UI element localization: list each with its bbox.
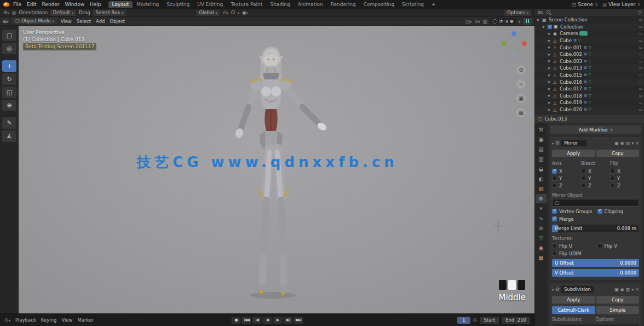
pivot-point-icon[interactable]: ⊙▾	[222, 10, 228, 15]
timeline-menu-item[interactable]: Keying	[41, 317, 57, 323]
item-name[interactable]: Cube.019	[560, 100, 582, 105]
expand-chevron-icon[interactable]: ▼	[548, 66, 551, 70]
workspace-tab[interactable]: Scripting	[398, 1, 428, 8]
Cube.020[interactable]: ▼ Cube.020 ⚙ ▽ ▭	[535, 106, 644, 113]
expand-chevron-icon[interactable]: ▼	[548, 53, 551, 56]
drag-tool-dropdown[interactable]: Select Box▾	[93, 10, 127, 16]
menu-item[interactable]: Edit	[24, 2, 39, 7]
panel-expand-icon[interactable]: ▾	[552, 288, 554, 291]
rotate-tool[interactable]: ↻	[2, 73, 16, 85]
item-name[interactable]: Cube.015	[560, 72, 582, 78]
timeline-menu-item[interactable]: View	[61, 317, 72, 323]
screen-visibility-icon[interactable]: ▭	[639, 94, 642, 98]
screen-visibility-icon[interactable]: ▭	[639, 25, 642, 29]
move-modifier-icon[interactable]: ▾	[631, 287, 634, 292]
option-checkbox[interactable]: Clipping	[597, 208, 640, 215]
option-checkbox[interactable]: Merge	[552, 215, 594, 222]
item-name[interactable]: Cube.001	[560, 45, 582, 50]
menu-item[interactable]: Help	[87, 2, 104, 7]
workspace-tab[interactable]: UV Editing	[193, 1, 227, 8]
workspace-tab[interactable]: Shading	[266, 1, 294, 8]
screen-visibility-icon[interactable]: ▭	[639, 73, 642, 77]
solid-shading-icon[interactable]: ◔	[499, 19, 503, 24]
outliner-filter-icon[interactable]: ▽	[637, 10, 641, 15]
workspace-tab[interactable]: +	[428, 1, 440, 8]
Cube[interactable]: ▼ Cube ⚙ ▽ ▭	[535, 37, 644, 44]
subdivision-type-button[interactable]: Catmull-Clark	[552, 306, 595, 314]
subdivision-type-button[interactable]: Simple	[596, 306, 640, 314]
menu-item[interactable]: Render	[39, 2, 62, 7]
item-name[interactable]: Cube.013	[560, 65, 582, 71]
flip-checkbox[interactable]: Y	[610, 175, 639, 182]
viewport-visibility-icon[interactable]: ◉	[620, 141, 624, 146]
scene-selector[interactable]: ◳ Scene ×	[572, 2, 599, 7]
Cube.003[interactable]: ▼ Cube.003 ⚙ ▽ ▭	[535, 58, 644, 65]
expand-chevron-icon[interactable]: ▼	[548, 87, 551, 91]
transform-orientation-dropdown[interactable]: Global▾	[196, 10, 220, 16]
move-modifier-icon[interactable]: ▾	[631, 141, 634, 146]
copy-button[interactable]: Copy	[596, 296, 640, 304]
option-checkbox[interactable]: Vertex Groups	[552, 208, 594, 215]
proportional-editing-icon[interactable]: ◉▾	[242, 10, 248, 15]
workspace-tab[interactable]: Rendering	[327, 1, 360, 8]
play-reverse-button[interactable]: ◀	[263, 317, 272, 324]
item-name[interactable]: Cube.017	[560, 86, 582, 91]
screen-visibility-icon[interactable]: ▭	[639, 66, 642, 70]
Cube.017[interactable]: ▼ Cube.017 ⚙ ▽ ▭	[535, 85, 644, 93]
axis-x-dot[interactable]	[522, 41, 527, 46]
view-layer-selector[interactable]: ▤ View Layer ×	[602, 2, 641, 7]
timeline-menu-item[interactable]: Marker	[78, 317, 94, 323]
workspace-tab[interactable]: Compositing	[360, 1, 398, 8]
unlink-view-layer-icon[interactable]: ×	[637, 2, 641, 7]
material-shading-icon[interactable]: ◑	[504, 19, 508, 24]
apply-button[interactable]: Apply	[552, 296, 595, 304]
delete-modifier-icon[interactable]: ×	[635, 287, 639, 292]
workspace-tab[interactable]: Modeling	[133, 1, 163, 8]
modifier-name-field[interactable]: Mirror	[561, 140, 586, 146]
Cube.016[interactable]: ▼ Cube.016 ⚙ ▽ ▭	[535, 78, 644, 85]
item-name[interactable]: Scene Collection	[549, 17, 588, 22]
delete-modifier-icon[interactable]: ×	[635, 141, 639, 146]
expand-chevron-icon[interactable]: ▼	[548, 94, 551, 98]
merge-limit-slider[interactable]: Merge Limit 0.008 m	[552, 225, 639, 232]
tab-material[interactable]: ◉	[536, 243, 547, 253]
grid-toggle-icon[interactable]: ▦	[516, 108, 526, 117]
item-name[interactable]: Cube.020	[560, 107, 582, 112]
item-name[interactable]: Camera	[560, 31, 578, 36]
timeline-menu-item[interactable]: Playback	[15, 317, 36, 323]
transform-tool[interactable]: ⊕	[2, 100, 16, 111]
tab-data[interactable]: ▽	[536, 233, 547, 243]
screen-visibility-icon[interactable]: ▭	[639, 87, 642, 91]
next-keyframe-button[interactable]: ▶|	[284, 317, 293, 324]
options-dropdown[interactable]: Options▾	[504, 10, 531, 16]
tab-constraints[interactable]: ⊚	[536, 224, 547, 233]
jump-to-end-button[interactable]: ▶▶|	[294, 317, 303, 324]
editor-type-icon[interactable]: ⊞▾	[3, 10, 9, 15]
screen-visibility-icon[interactable]: ▭	[639, 52, 642, 56]
Cube.013[interactable]: ▼ Cube.013 ⚙ ▽ ▭	[535, 65, 644, 72]
expand-chevron-icon[interactable]: ▼	[548, 39, 551, 43]
Cube.002[interactable]: ▼ Cube.002 ⚙ ▽ ▭	[535, 51, 644, 58]
workspace-tab[interactable]: Texture Paint	[227, 1, 266, 8]
expand-chevron-icon[interactable]: ▼	[548, 80, 551, 84]
viewport-editor-type-icon[interactable]: ⊞▾	[3, 19, 9, 24]
navigation-gizmo[interactable]	[502, 31, 527, 56]
outliner-editor-icon[interactable]: ⊞▾	[538, 10, 544, 15]
render-visibility-icon[interactable]: ▣	[614, 287, 619, 292]
screen-visibility-icon[interactable]: ▭	[639, 100, 642, 105]
bisect-checkbox[interactable]: X	[581, 168, 610, 175]
screen-visibility-icon[interactable]: ▭	[639, 31, 642, 36]
current-frame-field[interactable]: 1	[457, 317, 470, 324]
zoom-icon[interactable]: ⊕	[516, 65, 526, 75]
flip-checkbox[interactable]: Z	[610, 182, 639, 189]
expand-chevron-icon[interactable]: ▼	[548, 32, 551, 36]
pan-icon[interactable]: +	[516, 79, 526, 89]
item-name[interactable]: Cube.002	[560, 52, 582, 57]
blender-logo-icon[interactable]	[3, 2, 9, 7]
menu-item[interactable]: Window	[62, 2, 88, 7]
xray-toggle-icon[interactable]: ▥	[483, 19, 488, 24]
viewport-menu-item[interactable]: View	[61, 19, 72, 24]
texture-toggle-checkbox[interactable]: Flip UDIM	[552, 250, 594, 257]
editmode-toggle-icon[interactable]: ▥	[626, 287, 630, 292]
outliner-search-icon[interactable]	[547, 10, 550, 14]
